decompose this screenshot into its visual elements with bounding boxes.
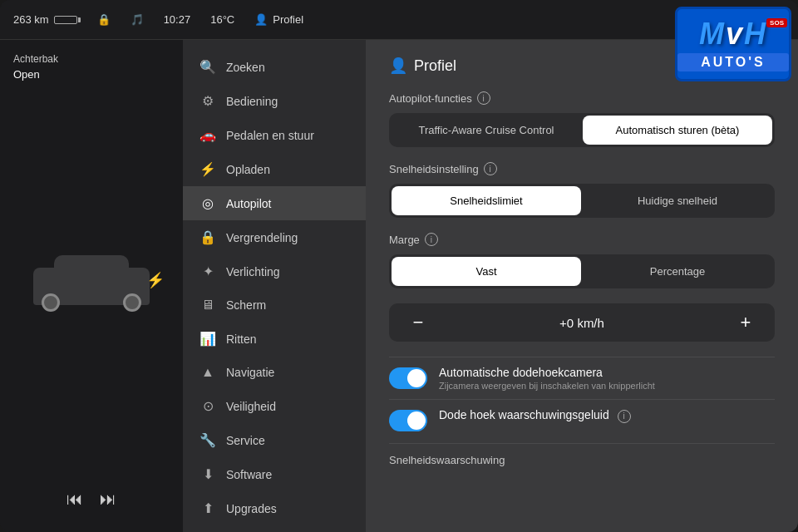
auto-steer-option[interactable]: Automatisch sturen (bèta) (583, 116, 772, 145)
temp-value: 16°C (210, 13, 234, 26)
dash-indicator: 🎵 (131, 13, 144, 26)
software-icon: ⬇ (200, 466, 216, 482)
marge-section: Marge i Vast Percentage − +0 km/h + (389, 233, 775, 342)
media-controls: ⏮ ⏭ (13, 480, 170, 519)
dodehoekcamera-title: Automatische dodehoekcamera (439, 366, 775, 379)
sos-badge: SOS (766, 18, 787, 27)
media-prev-button[interactable]: ⏮ (66, 490, 83, 509)
lightning-icon: ⚡ (146, 271, 165, 289)
sidebar-label-ritten: Ritten (226, 332, 257, 346)
sidebar-item-software[interactable]: ⬇ Software (183, 457, 366, 491)
settings-icon: ⚙ (200, 93, 216, 109)
car-wheel-left (42, 293, 60, 312)
logo-overlay: SOS MvH AUTO'S (675, 7, 791, 81)
sidebar-item-ritten[interactable]: 📊 Ritten (183, 322, 366, 356)
lock-indicator: 🔒 (97, 13, 111, 26)
sidebar-label-opladen: Opladen (226, 163, 270, 176)
current-speed-option[interactable]: Huidige snelheid (583, 186, 772, 215)
sidebar-label-zoeken: Zoeken (226, 61, 265, 74)
sidebar-label-navigatie: Navigatie (226, 366, 274, 379)
speed-info-icon[interactable]: i (484, 162, 497, 175)
light-icon: ✦ (200, 264, 216, 279)
upgrades-icon: ⬆ (200, 500, 216, 516)
battery-indicator (54, 16, 77, 24)
sidebar-label-vergrendeling: Vergrendeling (226, 231, 298, 244)
pedal-icon: 🚗 (200, 127, 216, 143)
safety-icon: ⊙ (200, 398, 216, 414)
car-wheel-right (123, 293, 141, 312)
charge-icon: ⚡ (200, 161, 216, 177)
sidebar-label-upgrades: Upgrades (226, 502, 277, 515)
dodehookgeluid-info-icon[interactable]: i (618, 410, 631, 423)
sidebar-item-service[interactable]: 🔧 Service (183, 423, 366, 457)
dodehookgeluid-toggle[interactable] (389, 410, 427, 431)
settings-panel: 👤 Profiel ⬇ Autopilot-functies i Traffic… (366, 40, 798, 532)
sidebar-item-veiligheid[interactable]: ⊙ Veiligheid (183, 389, 366, 423)
traffic-aware-option[interactable]: Traffic-Aware Cruise Control (392, 116, 581, 145)
profile-display[interactable]: 👤 Profiel (254, 13, 303, 26)
sidebar-item-scherm[interactable]: 🖥 Scherm (183, 288, 366, 322)
sidebar-label-veiligheid: Veiligheid (226, 400, 276, 413)
sidebar-label-pedalen: Pedalen en stuur (226, 129, 314, 142)
marge-section-label: Marge i (389, 233, 775, 246)
range-value: 263 km (13, 13, 49, 26)
speed-limit-option[interactable]: Snelheidslimiet (392, 186, 581, 215)
car-status-value: Open (13, 68, 170, 81)
car-image-area: ⚡ (13, 81, 170, 480)
sidebar-label-scherm: Scherm (226, 298, 266, 312)
percentage-option[interactable]: Percentage (583, 257, 772, 286)
marge-options: Vast Percentage (389, 254, 775, 288)
bottom-section-label: Snelheidswaarschuwing (389, 443, 775, 466)
temp-display: 16°C (210, 13, 234, 26)
sidebar-label-verlichting: Verlichting (226, 265, 280, 278)
dodehoekcamera-toggle[interactable] (389, 367, 427, 389)
autopilot-info-icon[interactable]: i (477, 91, 490, 105)
speed-increase-button[interactable]: + (733, 312, 758, 333)
lock-icon: 🔒 (97, 13, 111, 26)
panel-title-text: Profiel (414, 57, 456, 75)
dash-icon: 🎵 (131, 13, 144, 26)
dodehoekcamera-subtitle: Zijcamera weergeven bij inschakelen van … (439, 381, 775, 391)
speed-decrease-button[interactable]: − (406, 312, 431, 333)
media-next-button[interactable]: ⏭ (100, 490, 116, 509)
dodehookgeluid-info: Dode hoek waarschuwingsgeluid i (439, 408, 775, 425)
sidebar-item-vergrendeling[interactable]: 🔒 Vergrendeling (183, 220, 366, 254)
screen-icon: 🖥 (200, 298, 216, 313)
sidebar-item-bediening[interactable]: ⚙ Bediening (183, 84, 366, 118)
car-panel: Achterbak Open ⚡ ⏮ ⏭ (0, 40, 183, 532)
dodehoekcamera-row: Automatische dodehoekcamera Zijcamera we… (389, 357, 775, 399)
main-content: Achterbak Open ⚡ ⏮ ⏭ 🔍 Zoeken (0, 40, 798, 532)
time-value: 10:27 (164, 13, 191, 26)
sidebar-item-verlichting[interactable]: ✦ Verlichting (183, 254, 366, 288)
autopilot-section: Autopilot-functies i Traffic-Aware Cruis… (389, 91, 775, 147)
speed-adjust-value: +0 km/h (441, 316, 723, 330)
sidebar-item-upgrades[interactable]: ⬆ Upgrades (183, 491, 366, 525)
marge-info-icon[interactable]: i (425, 233, 438, 246)
lock-nav-icon: 🔒 (200, 229, 216, 245)
search-icon: 🔍 (200, 59, 216, 75)
dodehookgeluid-row: Dode hoek waarschuwingsgeluid i (389, 399, 775, 440)
dodehoekcamera-info: Automatische dodehoekcamera Zijcamera we… (439, 366, 775, 391)
profile-header-icon: 👤 (389, 57, 407, 75)
sidebar: 🔍 Zoeken ⚙ Bediening 🚗 Pedalen en stuur … (183, 40, 366, 532)
speed-section: Snelheidsinstelling i Snelheidslimiet Hu… (389, 162, 775, 218)
service-icon: 🔧 (200, 432, 216, 448)
sidebar-item-opladen[interactable]: ⚡ Opladen (183, 152, 366, 186)
vast-option[interactable]: Vast (392, 257, 581, 286)
logo-autos: AUTO'S (677, 53, 789, 71)
sidebar-label-service: Service (226, 434, 265, 447)
range-display: 263 km (13, 13, 77, 26)
sidebar-label-software: Software (226, 468, 272, 481)
speed-options: Snelheidslimiet Huidige snelheid (389, 184, 775, 218)
car-status-label: Achterbak (13, 53, 170, 65)
sidebar-label-autopilot: Autopilot (226, 197, 271, 210)
sidebar-item-pedalen[interactable]: 🚗 Pedalen en stuur (183, 118, 366, 152)
sidebar-item-navigatie[interactable]: ▲ Navigatie (183, 356, 366, 389)
sidebar-item-autopilot[interactable]: ◎ Autopilot (183, 186, 366, 220)
autopilot-icon: ◎ (200, 195, 216, 211)
speed-section-label: Snelheidsinstelling i (389, 162, 775, 175)
sidebar-item-zoeken[interactable]: 🔍 Zoeken (183, 50, 366, 84)
profile-label: Profiel (273, 13, 303, 26)
time-display: 10:27 (164, 13, 191, 26)
autopilot-options: Traffic-Aware Cruise Control Automatisch… (389, 113, 775, 147)
